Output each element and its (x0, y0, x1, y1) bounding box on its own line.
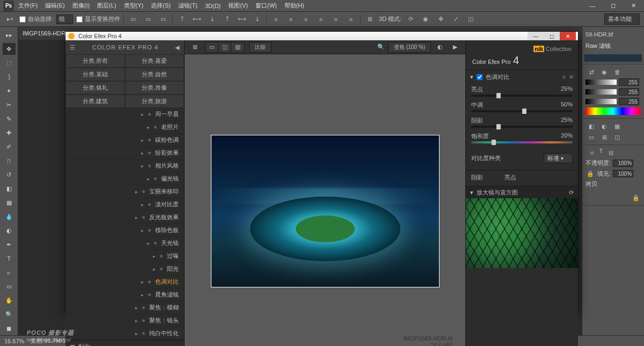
star-icon[interactable]: ★ (159, 253, 164, 259)
opacity-input[interactable] (613, 160, 633, 167)
refresh-icon[interactable]: ⟳ (569, 189, 574, 196)
ps-maximize-button[interactable]: ◻ (605, 2, 620, 10)
nik-titlebar[interactable]: Color Efex Pro 4 — ◻ ✕ (65, 32, 578, 40)
trash-icon[interactable]: 🗑 (612, 68, 622, 76)
effect-item[interactable]: ▸★淡对比度 (65, 198, 184, 211)
slider-thumb[interactable] (492, 140, 496, 145)
effect-item[interactable]: ▸★聚焦：模糊 (65, 301, 184, 314)
star-icon[interactable]: ★ (141, 189, 146, 194)
orbit-3d-icon[interactable]: ⟳ (405, 14, 416, 25)
distribute-icon[interactable]: ≡ (270, 14, 282, 25)
zoom-dropdown[interactable]: 变焦 (100 %) (388, 42, 431, 53)
star-icon[interactable]: ★ (147, 227, 152, 233)
auto-select-dropdown[interactable]: 组 (56, 15, 73, 24)
swatches-icon[interactable]: ◼ (3, 322, 16, 334)
distribute-icon[interactable]: ≡ (285, 14, 297, 25)
adjust-icon[interactable]: ▭ (587, 133, 596, 141)
scale-3d-icon[interactable]: ◫ (465, 14, 477, 25)
category-cell[interactable]: 分类.肖像 (125, 81, 185, 95)
effect-item[interactable]: ▸★纷彩效果 (65, 147, 184, 160)
align-bot-icon[interactable]: ⤓ (251, 14, 263, 25)
star-icon[interactable]: ★ (141, 330, 146, 336)
swap-panel-icon[interactable]: ⇄ (587, 68, 596, 76)
category-cell[interactable]: 分类.建筑 (65, 95, 125, 108)
camera-icon[interactable]: ◉ (599, 68, 609, 76)
pen-tool[interactable]: ✒ (3, 239, 16, 250)
panel-toggle-icon[interactable]: ▶ (449, 42, 461, 53)
align-mid-icon[interactable]: ⟷ (236, 14, 248, 25)
stamp-tool[interactable]: ⎍ (3, 155, 16, 167)
hist-r-value[interactable] (619, 78, 639, 86)
auto-select-checkbox[interactable]: 自动选择: (19, 15, 53, 23)
effect-item[interactable]: ▸★碳粉色调 (65, 134, 184, 147)
star-icon[interactable]: ★ (147, 111, 152, 117)
roll-3d-icon[interactable]: ◉ (420, 14, 431, 25)
adjust-icon[interactable]: ▦ (612, 122, 622, 131)
zoom-tool[interactable]: 🔍 (3, 308, 16, 320)
nik-minimize-button[interactable]: — (528, 32, 544, 40)
star-icon[interactable]: ★ (153, 240, 158, 246)
menu-layer[interactable]: 图层(L) (94, 2, 119, 10)
fx-icon[interactable]: ⨳ (587, 148, 596, 157)
view-side-icon[interactable]: ▥ (231, 42, 244, 52)
layer-item[interactable]: 拷贝 (584, 179, 642, 189)
adjust-icon[interactable]: ◧ (587, 122, 596, 131)
shape-tool[interactable]: ▭ (3, 280, 16, 292)
nik-close-button[interactable]: ✕ (560, 32, 576, 40)
heal-tool[interactable]: ✚ (3, 127, 16, 139)
category-cell[interactable]: 分类.自然 (125, 68, 185, 81)
star-icon[interactable]: ★ (153, 176, 158, 182)
view-split-icon[interactable]: ◫ (218, 42, 231, 52)
effect-item[interactable]: ▸★天光镜 (65, 237, 184, 250)
align-icon[interactable]: ▭ (157, 14, 169, 25)
color-spectrum[interactable] (586, 107, 641, 115)
effect-item[interactable]: ▸★移除色板 (65, 224, 184, 237)
adjust-icon[interactable]: ◐ (599, 122, 609, 131)
lock-icon[interactable]: 🔒 (586, 169, 595, 178)
effect-item[interactable]: ▸★聚焦：镜头 (65, 314, 184, 327)
slide-3d-icon[interactable]: ⤢ (450, 14, 462, 25)
preview-image[interactable] (211, 135, 440, 287)
align-center-icon[interactable]: ⟷ (191, 14, 203, 25)
category-cell[interactable]: 分类.某础 (65, 68, 125, 81)
gradient-tool[interactable]: ▦ (3, 197, 16, 208)
hist-b-value[interactable] (619, 98, 639, 105)
category-cell[interactable]: 分类.烙礼 (65, 81, 125, 95)
effect-item[interactable]: ▸★宝丽来移印 (65, 185, 184, 198)
distribute-icon[interactable]: ≡ (330, 14, 342, 25)
adjust-icon[interactable]: ◫ (612, 133, 622, 141)
align-top-icon[interactable]: ⤒ (221, 14, 233, 25)
menu-edit[interactable]: 编辑(E) (42, 2, 68, 10)
slider-thumb[interactable] (496, 124, 501, 129)
menu-select[interactable]: 选择(S) (148, 2, 174, 10)
dodge-tool[interactable]: ◐ (3, 225, 16, 236)
slider-track[interactable] (471, 126, 573, 128)
brush-tool[interactable]: ✐ (3, 141, 16, 153)
align-left-icon[interactable]: ⤒ (176, 14, 188, 25)
wand-tool[interactable]: ✦ (3, 85, 16, 97)
chevron-down-icon[interactable]: ▾ (470, 74, 473, 81)
slider-thumb[interactable] (522, 109, 526, 114)
show-transform-checkbox[interactable]: 显示变换控件 (76, 15, 120, 23)
effect-item[interactable]: ▸★纯白中性化 (65, 327, 184, 340)
distribute-icon[interactable]: ≡ (345, 14, 357, 25)
category-cell[interactable]: 分类.所有 (65, 54, 125, 68)
lock-all-icon[interactable]: 🔒 (631, 193, 641, 202)
menu-3d[interactable]: 3D(D) (202, 3, 224, 9)
close-icon[interactable]: ✕ (569, 74, 574, 81)
menu-file[interactable]: 文件(F) (15, 2, 41, 10)
menu-window[interactable]: 窗口(W) (252, 2, 280, 10)
effect-item[interactable]: ▸★过曝 (65, 250, 184, 263)
star-icon[interactable]: ★ (147, 137, 152, 143)
align-right-icon[interactable]: ⤓ (206, 14, 218, 25)
lasso-tool[interactable]: ⟆ (3, 71, 16, 83)
hand-tool[interactable]: ✋ (3, 294, 16, 306)
move-tool[interactable]: ✥ (3, 43, 16, 55)
slider-track[interactable] (471, 95, 573, 97)
slider-thumb[interactable] (496, 93, 501, 98)
screen-mode-icon[interactable]: ▸▸ (3, 29, 16, 41)
effect-item[interactable]: ▸★反光板效果 (65, 211, 184, 224)
nik-maximize-button[interactable]: ◻ (544, 32, 560, 40)
marquee-tool[interactable]: ⬚ (3, 57, 16, 69)
compare-button[interactable]: 比较 (249, 42, 272, 53)
